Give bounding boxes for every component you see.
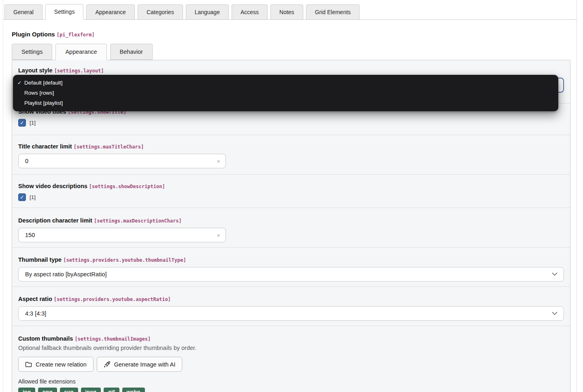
clear-icon[interactable]: × [217, 158, 220, 165]
show-desc-label-text: Show video descriptions [18, 183, 87, 189]
allowed-extensions-label: Allowed file extensions [18, 378, 564, 385]
button-label: Create new relation [36, 361, 87, 368]
layout-style-tag: [settings.layout] [54, 68, 104, 74]
subtab-behavior[interactable]: Behavior [110, 44, 153, 60]
plugin-options-heading: Plugin Options [pi_flexform] [12, 31, 577, 38]
thumbnail-type-label: Thumbnail type [settings.providers.youtu… [18, 256, 564, 263]
field-layout-style: Layout style [settings.layout] ✓ Default… [12, 60, 570, 103]
extension-badge: png [38, 388, 57, 392]
title-limit-input-wrap: × [18, 154, 226, 168]
show-desc-checkbox[interactable]: ✓ [18, 193, 26, 201]
custom-thumbnails-label: Custom thumbnails [settings.thumbnailIma… [18, 335, 564, 342]
desc-limit-tag: [settings.maxDescriptionChars] [94, 218, 182, 224]
tab-settings[interactable]: Settings [45, 4, 84, 20]
custom-thumbnails-buttons: Create new relation Generate Image with … [18, 357, 564, 372]
title-limit-tag: [settings.maxTitleChars] [74, 144, 144, 150]
thumbnail-type-tag: [settings.providers.youtube.thumbnailTyp… [63, 257, 186, 263]
show-desc-label: Show video descriptions [settings.showDe… [18, 183, 564, 189]
custom-thumbnails-label-text: Custom thumbnails [18, 335, 73, 342]
show-titles-checkbox[interactable]: ✓ [18, 119, 26, 127]
allowed-extensions-badges: jpg png svg jpeg gif webp [18, 388, 564, 392]
field-aspect-ratio: Aspect ratio [settings.providers.youtube… [12, 286, 570, 326]
show-desc-checkbox-row: ✓ [1] [18, 193, 564, 201]
check-icon: ✓ [20, 120, 24, 126]
field-thumbnail-type: Thumbnail type [settings.providers.youtu… [12, 247, 570, 286]
thumbnail-type-select[interactable]: By aspect ratio [byAspectRatio] [18, 267, 564, 282]
layout-style-label-text: Layout style [18, 67, 53, 74]
field-description-character-limit: Description character limit [settings.ma… [12, 208, 570, 247]
tab-general[interactable]: General [4, 4, 43, 19]
tab-appearance[interactable]: Appearance [86, 4, 135, 19]
plugin-options-tag: [pi_flexform] [57, 32, 95, 38]
folder-icon [25, 362, 32, 367]
tab-notes[interactable]: Notes [270, 4, 303, 19]
top-tab-bar: General Settings Appearance Categories L… [3, 0, 577, 20]
custom-thumbnails-description: Optional fallback thumbnails overriding … [18, 345, 564, 351]
extension-badge: gif [104, 388, 119, 392]
desc-limit-input[interactable] [18, 228, 226, 242]
dropdown-option-label: Playlist [playlist] [24, 100, 63, 106]
dropdown-option-label: Default [default] [24, 80, 63, 86]
clear-icon[interactable]: × [217, 232, 220, 239]
desc-limit-input-wrap: × [18, 228, 226, 242]
aspect-ratio-tag: [settings.providers.youtube.aspectRatio] [54, 297, 171, 302]
check-icon: ✓ [20, 194, 24, 200]
chevron-down-icon [552, 273, 557, 276]
rocket-icon [104, 361, 111, 368]
dropdown-option-label: Rows [rows] [24, 90, 54, 96]
selected-option-label: By aspect ratio [byAspectRatio] [25, 271, 107, 278]
aspect-ratio-label: Aspect ratio [settings.providers.youtube… [18, 296, 564, 302]
extension-badge: svg [60, 388, 78, 392]
appearance-fieldset: Layout style [settings.layout] ✓ Default… [12, 60, 570, 392]
tab-grid-elements[interactable]: Grid Elements [306, 4, 360, 19]
generate-image-ai-button[interactable]: Generate Image with AI [97, 357, 183, 372]
create-new-relation-button[interactable]: Create new relation [18, 357, 94, 372]
thumbnail-type-label-text: Thumbnail type [18, 256, 62, 263]
tab-language[interactable]: Language [186, 4, 229, 19]
plugin-options-title: Plugin Options [12, 31, 55, 38]
dropdown-option-playlist[interactable]: Playlist [playlist] [13, 98, 558, 108]
checkbox-value-label: [1] [30, 194, 36, 200]
extension-badge: jpeg [81, 388, 101, 392]
subtab-appearance[interactable]: Appearance [55, 44, 106, 60]
desc-limit-label: Description character limit [settings.ma… [18, 217, 564, 224]
layout-style-label: Layout style [settings.layout] [18, 67, 564, 74]
extension-badge: jpg [18, 388, 35, 392]
settings-tab-content: Plugin Options [pi_flexform] Settings Ap… [3, 20, 577, 392]
custom-thumbnails-tag: [settings.thumbnailImages] [74, 336, 151, 342]
subtab-settings[interactable]: Settings [12, 44, 52, 60]
record-edit-panel: General Settings Appearance Categories L… [3, 0, 577, 392]
chevron-down-icon [552, 312, 557, 316]
aspect-ratio-select[interactable]: 4:3 [4:3] [18, 306, 564, 321]
title-limit-label: Title character limit [settings.maxTitle… [18, 143, 564, 150]
dropdown-option-rows[interactable]: Rows [rows] [13, 88, 558, 98]
aspect-ratio-label-text: Aspect ratio [18, 296, 52, 302]
show-desc-tag: [settings.showDescription] [89, 184, 165, 189]
flexform-tab-bar: Settings Appearance Behavior [12, 44, 577, 60]
layout-style-dropdown-menu: ✓ Default [default] Rows [rows] Playlist… [13, 75, 558, 111]
extension-badge: webp [122, 388, 145, 392]
field-show-video-descriptions: Show video descriptions [settings.showDe… [12, 174, 570, 208]
selected-option-label: 4:3 [4:3] [25, 310, 46, 317]
button-label: Generate Image with AI [114, 361, 176, 368]
tab-categories[interactable]: Categories [138, 4, 183, 19]
show-titles-checkbox-row: ✓ [1] [18, 119, 564, 127]
title-limit-label-text: Title character limit [18, 143, 72, 150]
tab-access[interactable]: Access [232, 4, 268, 19]
field-title-character-limit: Title character limit [settings.maxTitle… [12, 135, 570, 174]
check-icon: ✓ [17, 80, 24, 86]
desc-limit-label-text: Description character limit [18, 217, 92, 224]
checkbox-value-label: [1] [30, 120, 36, 126]
title-limit-input[interactable] [18, 154, 226, 168]
dropdown-option-default[interactable]: ✓ Default [default] [13, 78, 558, 88]
field-custom-thumbnails: Custom thumbnails [settings.thumbnailIma… [12, 326, 570, 392]
